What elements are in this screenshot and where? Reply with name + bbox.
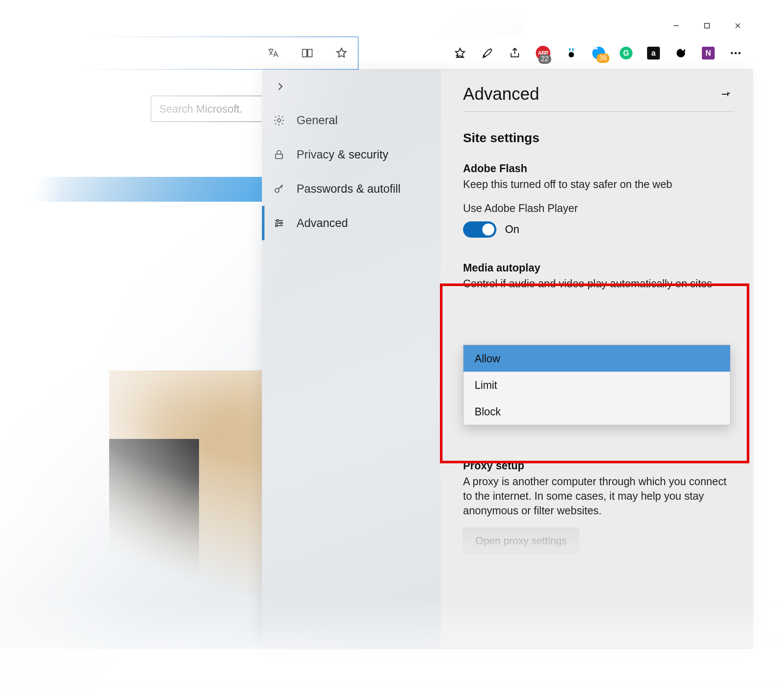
nav-label: Passwords & autofill — [297, 182, 401, 196]
close-button[interactable] — [722, 15, 753, 36]
page-search-placeholder: Search Microsoft. — [159, 103, 243, 115]
svg-point-9 — [280, 222, 282, 224]
key-icon — [273, 182, 285, 195]
dropdown-option-block[interactable]: Block — [463, 398, 730, 425]
ghostery-icon[interactable]: 39 — [592, 47, 605, 60]
ghostery-badge: 39 — [597, 54, 609, 63]
translate-icon[interactable] — [267, 47, 279, 60]
adblock-plus-icon[interactable]: ABP 22 — [536, 46, 550, 60]
media-autoplay-heading: Media autoplay — [463, 262, 734, 274]
flash-toggle[interactable] — [463, 221, 496, 238]
nav-label: General — [297, 114, 338, 127]
settings-back-button[interactable] — [274, 80, 287, 93]
page-blue-banner — [26, 177, 263, 202]
grammarly-icon[interactable]: G — [620, 47, 633, 60]
sliders-icon — [273, 217, 285, 230]
media-autoplay-desc: Control if audio and video play automati… — [463, 277, 734, 291]
gear-icon — [273, 114, 285, 127]
svg-point-10 — [276, 225, 278, 227]
nav-label: Privacy & security — [297, 148, 389, 161]
page-hero-image — [109, 370, 262, 595]
flash-toggle-title: Use Adobe Flash Player — [463, 202, 734, 215]
svg-point-8 — [276, 220, 279, 222]
adobe-flash-desc: Keep this turned off to stay safer on th… — [463, 177, 734, 192]
svg-rect-0 — [705, 24, 710, 28]
favorite-star-icon[interactable] — [335, 47, 348, 60]
open-proxy-settings-button[interactable]: Open proxy settings — [463, 528, 579, 554]
nav-item-advanced[interactable]: Advanced — [262, 206, 441, 240]
settings-flyout: General Privacy & security Passwords & a… — [262, 70, 753, 648]
svg-point-1 — [569, 52, 574, 58]
nav-item-general[interactable]: General — [262, 103, 441, 137]
lock-icon — [273, 148, 285, 161]
dropdown-option-limit[interactable]: Limit — [463, 372, 730, 398]
edge-browser-window: ABP 22 39 G a — [0, 15, 753, 648]
favorites-list-icon[interactable] — [454, 47, 466, 60]
nav-item-privacy[interactable]: Privacy & security — [262, 137, 441, 172]
more-icon[interactable] — [729, 47, 742, 60]
settings-title: Advanced — [463, 84, 539, 104]
svg-point-7 — [275, 188, 279, 192]
sync-arc-icon[interactable] — [674, 47, 687, 60]
dropdown-option-allow[interactable]: Allow — [463, 345, 730, 372]
svg-point-4 — [738, 52, 740, 54]
nav-item-passwords[interactable]: Passwords & autofill — [262, 172, 441, 206]
settings-nav: General Privacy & security Passwords & a… — [262, 70, 441, 648]
adobe-flash-heading: Adobe Flash — [463, 162, 734, 175]
web-note-pen-icon[interactable] — [481, 47, 494, 60]
rewards-medal-icon[interactable] — [565, 47, 578, 60]
pin-pane-button[interactable] — [717, 86, 734, 103]
proxy-desc: A proxy is another computer through whic… — [463, 474, 734, 518]
flash-toggle-state: On — [505, 223, 519, 236]
site-settings-heading: Site settings — [463, 131, 734, 145]
nav-label: Advanced — [297, 217, 348, 230]
onenote-icon[interactable]: N — [702, 47, 715, 60]
page-search-box[interactable]: Search Microsoft. — [151, 95, 263, 122]
maximize-button[interactable] — [692, 15, 722, 36]
share-icon[interactable] — [508, 47, 521, 60]
media-autoplay-dropdown[interactable]: Allow Limit Block — [463, 345, 731, 425]
abp-badge: 22 — [538, 54, 551, 64]
settings-content: Advanced Site settings Adobe Flash Keep … — [441, 70, 753, 648]
proxy-heading: Proxy setup — [463, 459, 734, 472]
reading-view-icon[interactable] — [301, 47, 314, 60]
svg-point-5 — [277, 119, 280, 122]
minimize-button[interactable] — [661, 15, 692, 36]
amazon-assistant-icon[interactable]: a — [647, 47, 660, 60]
svg-rect-6 — [276, 154, 282, 159]
svg-point-2 — [731, 52, 733, 54]
svg-point-3 — [735, 52, 737, 54]
